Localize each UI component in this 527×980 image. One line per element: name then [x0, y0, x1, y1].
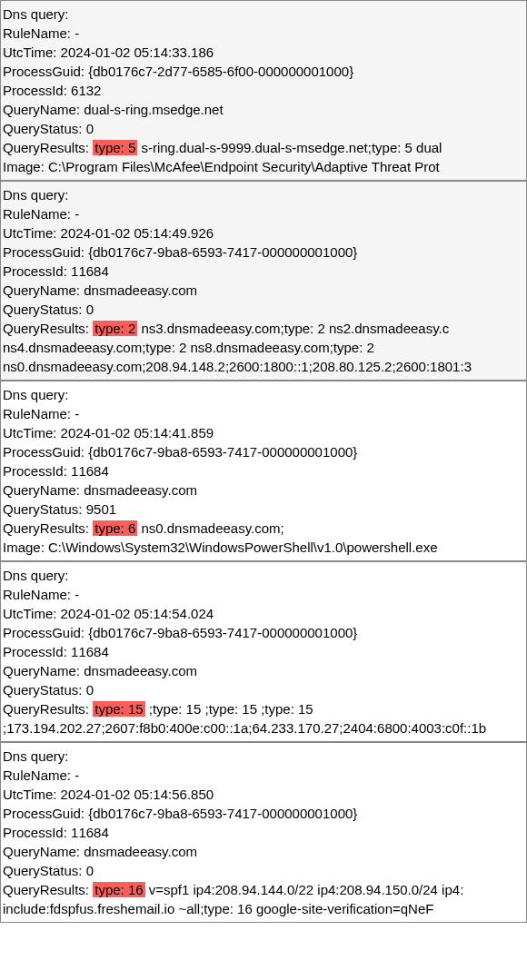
rule-name-value: - [71, 406, 79, 421]
query-results: QueryResults: type: 15 ;type: 15 ;type: … [3, 699, 524, 718]
process-id-label: ProcessId: [3, 463, 67, 479]
query-name-value: dual-s-ring.msedge.net [80, 102, 224, 117]
log-entry: Dns query:RuleName: -UtcTime: 2024-01-02… [0, 561, 527, 742]
rule-name-value: - [71, 25, 79, 41]
process-guid: ProcessGuid: {db0176c7-9ba8-6593-7417-00… [3, 243, 524, 262]
log-entry: Dns query:RuleName: -UtcTime: 2024-01-02… [0, 381, 527, 561]
query-status: QueryStatus: 0 [3, 861, 524, 880]
query-results: QueryResults: type: 6 ns0.dnsmadeeasy.co… [3, 519, 524, 538]
process-id-label: ProcessId: [3, 83, 67, 98]
query-name-label: QueryName: [3, 102, 80, 117]
log-title: Dns query: [3, 566, 524, 585]
type-highlight: type: 2 [93, 321, 137, 336]
rule-name-value: - [71, 587, 79, 602]
utc-time-value: 2024-01-02 05:14:33.186 [56, 45, 214, 60]
rule-name: RuleName: - [3, 204, 524, 223]
process-guid-value: {db0176c7-9ba8-6593-7417-000000001000} [85, 806, 357, 821]
process-id: ProcessId: 11684 [3, 823, 524, 842]
query-results-cont: ;173.194.202.27;2607:f8b0:400e:c00::1a;6… [3, 718, 524, 737]
process-guid-label: ProcessGuid: [3, 64, 85, 79]
query-status-value: 0 [83, 302, 94, 317]
process-guid-value: {db0176c7-9ba8-6593-7417-000000001000} [85, 244, 357, 260]
type-highlight: type: 16 [93, 882, 144, 897]
query-results-label: QueryResults: [3, 882, 89, 897]
query-status: QueryStatus: 0 [3, 680, 524, 699]
process-guid-label: ProcessGuid: [3, 244, 85, 260]
query-results-rest: v=spf1 ip4:208.94.144.0/22 ip4:208.94.15… [145, 882, 464, 897]
query-name: QueryName: dnsmadeeasy.com [3, 842, 524, 861]
process-guid-label: ProcessGuid: [3, 625, 85, 640]
query-name: QueryName: dnsmadeeasy.com [3, 480, 524, 500]
rule-name: RuleName: - [3, 404, 524, 423]
query-name-label: QueryName: [3, 482, 80, 498]
query-results-rest: ns3.dnsmadeeasy.com;type: 2 ns2.dnsmadee… [137, 321, 449, 336]
process-guid: ProcessGuid: {db0176c7-2d77-6585-6f00-00… [3, 62, 524, 81]
query-results-label: QueryResults: [3, 701, 89, 717]
utc-time: UtcTime: 2024-01-02 05:14:41.859 [3, 423, 524, 442]
log-title: Dns query: [3, 385, 524, 404]
rule-name-label: RuleName: [3, 406, 71, 421]
process-id-value: 11684 [67, 263, 109, 279]
query-status-value: 0 [83, 682, 94, 698]
process-id-value: 11684 [67, 463, 109, 479]
utc-time-value: 2024-01-02 05:14:49.926 [56, 225, 214, 241]
utc-time-value: 2024-01-02 05:14:41.859 [56, 425, 214, 441]
utc-time: UtcTime: 2024-01-02 05:14:56.850 [3, 785, 524, 804]
rule-name-label: RuleName: [3, 767, 71, 783]
query-results-rest: ;type: 15 ;type: 15 ;type: 15 [145, 701, 313, 717]
process-guid-label: ProcessGuid: [3, 444, 85, 460]
process-id: ProcessId: 11684 [3, 642, 524, 661]
query-results-rest: s-ring.dual-s-9999.dual-s-msedge.net;typ… [137, 140, 442, 155]
query-results-label: QueryResults: [3, 140, 89, 155]
query-status-value: 0 [83, 863, 94, 878]
rule-name-label: RuleName: [3, 25, 71, 41]
query-status: QueryStatus: 9501 [3, 500, 524, 519]
log-title: Dns query: [3, 747, 524, 766]
query-results-cont: include:fdspfus.freshemail.io ~all;type:… [3, 899, 524, 918]
query-results: QueryResults: type: 2 ns3.dnsmadeeasy.co… [3, 319, 524, 338]
rule-name-label: RuleName: [3, 206, 71, 222]
process-guid: ProcessGuid: {db0176c7-9ba8-6593-7417-00… [3, 623, 524, 642]
query-name-value: dnsmadeeasy.com [80, 663, 197, 678]
query-results-cont: ns4.dnsmadeeasy.com;type: 2 ns8.dnsmadee… [3, 338, 524, 357]
query-status-value: 0 [83, 121, 94, 136]
process-id-value: 11684 [67, 644, 109, 659]
image-path: Image: C:\Windows\System32\WindowsPowerS… [3, 538, 524, 557]
query-name-value: dnsmadeeasy.com [80, 844, 197, 859]
query-results: QueryResults: type: 16 v=spf1 ip4:208.94… [3, 880, 524, 899]
process-guid-label: ProcessGuid: [3, 806, 85, 821]
process-id: ProcessId: 6132 [3, 81, 524, 100]
query-name-label: QueryName: [3, 282, 80, 298]
query-status-value: 9501 [83, 501, 117, 517]
query-results-label: QueryResults: [3, 321, 89, 336]
query-name-label: QueryName: [3, 663, 80, 678]
process-id: ProcessId: 11684 [3, 262, 524, 281]
query-name-label: QueryName: [3, 844, 80, 859]
rule-name-value: - [71, 767, 79, 783]
query-name-value: dnsmadeeasy.com [80, 282, 197, 298]
utc-time-label: UtcTime: [3, 787, 56, 802]
process-id-label: ProcessId: [3, 644, 67, 659]
query-status: QueryStatus: 0 [3, 300, 524, 319]
process-guid-value: {db0176c7-9ba8-6593-7417-000000001000} [85, 444, 357, 460]
type-highlight: type: 5 [93, 140, 137, 155]
query-status: QueryStatus: 0 [3, 119, 524, 138]
utc-time-label: UtcTime: [3, 425, 56, 441]
rule-name: RuleName: - [3, 766, 524, 785]
query-status-label: QueryStatus: [3, 501, 83, 517]
query-status-label: QueryStatus: [3, 302, 83, 317]
log-entry: Dns query:RuleName: -UtcTime: 2024-01-02… [0, 181, 527, 381]
image-path-value: C:\Program Files\McAfee\Endpoint Securit… [45, 159, 440, 174]
query-results-cont: ns0.dnsmadeeasy.com;208.94.148.2;2600:18… [3, 357, 524, 376]
query-results-label: QueryResults: [3, 520, 89, 536]
rule-name: RuleName: - [3, 24, 524, 43]
type-highlight: type: 6 [93, 520, 137, 536]
process-id: ProcessId: 11684 [3, 461, 524, 480]
utc-time-label: UtcTime: [3, 45, 56, 60]
utc-time-value: 2024-01-02 05:14:54.024 [56, 606, 214, 621]
query-name: QueryName: dnsmadeeasy.com [3, 661, 524, 680]
utc-time: UtcTime: 2024-01-02 05:14:54.024 [3, 604, 524, 623]
utc-time: UtcTime: 2024-01-02 05:14:33.186 [3, 43, 524, 62]
rule-name: RuleName: - [3, 585, 524, 604]
process-id-value: 6132 [67, 83, 102, 98]
